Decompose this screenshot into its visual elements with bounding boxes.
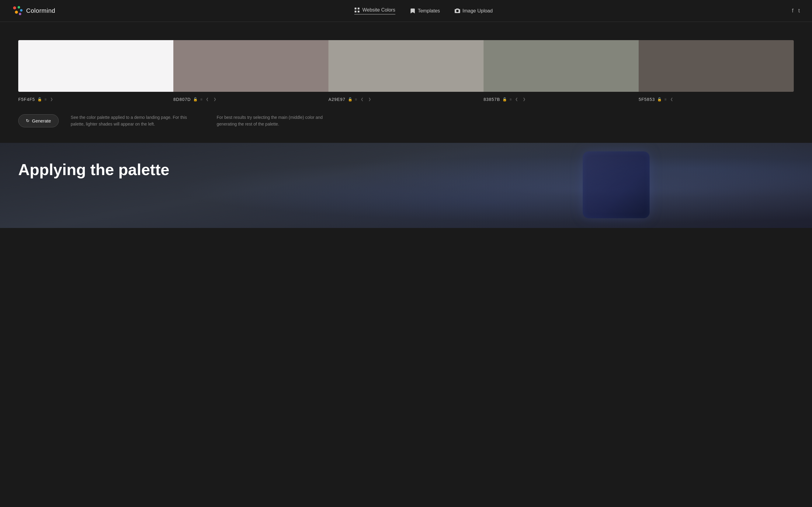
lower-section: Applying the palette <box>0 143 812 228</box>
twitter-icon[interactable]: t <box>798 8 800 14</box>
generate-label: Generate <box>32 118 51 123</box>
refresh-icon: ↻ <box>26 118 30 123</box>
navbar-center: Website Colors Templates Image Upload <box>354 7 493 15</box>
info-left: See the color palette applied to a demo … <box>71 114 193 128</box>
arrow-right-2[interactable]: ❯ <box>367 97 372 102</box>
arrow-left-1[interactable]: ❮ <box>205 97 210 102</box>
adjust-icon-2[interactable]: ≡ <box>355 97 357 102</box>
main-section: F5F4F5 🔓 ≡ ❯ 8D807D 🔓 ≡ ❮ ❯ A29E97 🔓 ≡ ❮… <box>0 22 812 143</box>
adjust-icon-1[interactable]: ≡ <box>200 97 202 102</box>
svg-rect-8 <box>358 11 360 12</box>
svg-point-3 <box>15 11 18 14</box>
nav-website-colors[interactable]: Website Colors <box>354 7 395 15</box>
color-label-3: 83857B 🔓 ≡ ❮ ❯ <box>484 97 639 102</box>
svg-point-4 <box>19 13 21 15</box>
svg-point-1 <box>18 6 20 8</box>
lower-content: Applying the palette <box>0 143 812 196</box>
swatch-2 <box>328 40 484 92</box>
arrow-right-3[interactable]: ❯ <box>522 97 527 102</box>
adjust-icon-3[interactable]: ≡ <box>509 97 511 102</box>
generate-button[interactable]: ↻ Generate <box>18 114 59 127</box>
hex-4: 5F5853 <box>639 97 655 102</box>
color-label-2: A29E97 🔓 ≡ ❮ ❯ <box>328 97 484 102</box>
swatch-4 <box>639 40 794 92</box>
arrow-left-3[interactable]: ❮ <box>514 97 519 102</box>
grid-icon <box>354 7 360 13</box>
svg-point-9 <box>456 10 458 12</box>
lock-icon-1[interactable]: 🔓 <box>193 97 198 102</box>
swatch-1 <box>173 40 328 92</box>
lock-icon-4[interactable]: 🔓 <box>657 97 662 102</box>
color-label-4: 5F5853 🔓 ≡ ❮ <box>639 97 794 102</box>
facebook-icon[interactable]: f <box>792 8 794 14</box>
hex-2: A29E97 <box>328 97 345 102</box>
bottom-info: ↻ Generate See the color palette applied… <box>18 114 794 128</box>
camera-icon <box>455 8 460 14</box>
svg-point-2 <box>20 9 22 11</box>
color-label-1: 8D807D 🔓 ≡ ❮ ❯ <box>173 97 328 102</box>
arrow-right-1[interactable]: ❯ <box>212 97 217 102</box>
nav-templates[interactable]: Templates <box>410 8 440 14</box>
info-right: For best results try selecting the main … <box>217 114 338 128</box>
palette-labels: F5F4F5 🔓 ≡ ❯ 8D807D 🔓 ≡ ❮ ❯ A29E97 🔓 ≡ ❮… <box>18 97 794 102</box>
hex-3: 83857B <box>484 97 500 102</box>
info-texts: See the color palette applied to a demo … <box>71 114 794 128</box>
bookmark-icon <box>410 8 416 14</box>
hex-1: 8D807D <box>173 97 191 102</box>
adjust-icon-0[interactable]: ≡ <box>44 97 47 102</box>
svg-rect-7 <box>355 11 357 12</box>
nav-image-upload-label: Image Upload <box>463 8 493 14</box>
navbar-right: f t <box>792 8 800 14</box>
color-label-0: F5F4F5 🔓 ≡ ❯ <box>18 97 173 102</box>
nav-image-upload[interactable]: Image Upload <box>455 8 493 14</box>
hex-0: F5F4F5 <box>18 97 35 102</box>
svg-point-0 <box>13 6 16 9</box>
colormind-logo <box>12 5 23 16</box>
brand-name: Colormind <box>26 7 55 14</box>
svg-rect-6 <box>358 8 360 9</box>
nav-website-colors-label: Website Colors <box>362 7 395 13</box>
lock-icon-0[interactable]: 🔓 <box>38 97 42 102</box>
lock-icon-2[interactable]: 🔓 <box>348 97 353 102</box>
adjust-icon-4[interactable]: ≡ <box>664 97 666 102</box>
applying-title: Applying the palette <box>18 161 794 178</box>
swatch-3 <box>484 40 639 92</box>
nav-templates-label: Templates <box>418 8 440 14</box>
lock-icon-3[interactable]: 🔓 <box>502 97 507 102</box>
navbar-brand: Colormind <box>12 5 55 16</box>
svg-rect-5 <box>355 8 357 9</box>
navbar: Colormind Website Colors Templates <box>0 0 812 22</box>
arrow-right-0[interactable]: ❯ <box>49 97 54 102</box>
color-palette <box>18 40 794 92</box>
arrow-left-4[interactable]: ❮ <box>669 97 674 102</box>
swatch-0 <box>18 40 173 92</box>
arrow-left-2[interactable]: ❮ <box>360 97 365 102</box>
